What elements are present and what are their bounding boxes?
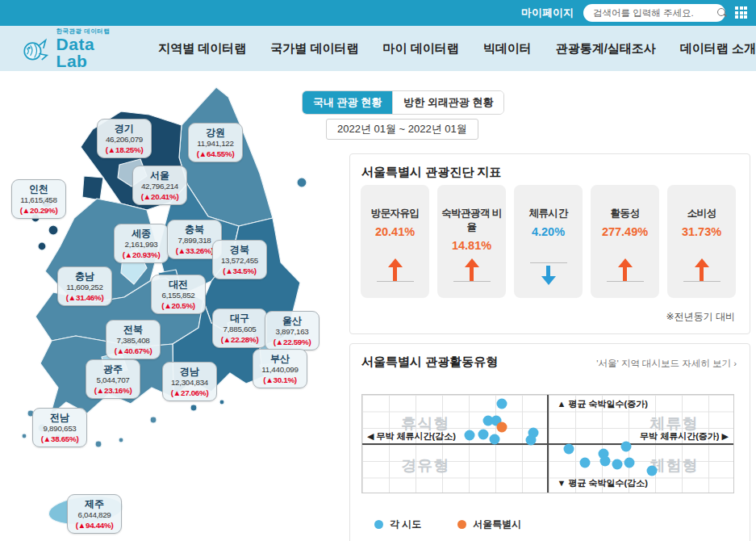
map-label-충남[interactable]: 충남11,609,252(▲31.46%): [57, 266, 112, 306]
scatter-point-sido[interactable]: [624, 458, 634, 468]
scatter-point-sido[interactable]: [599, 456, 610, 467]
search-input[interactable]: [593, 8, 717, 18]
map-label-경기[interactable]: 경기46,206,079(▲18.25%): [97, 119, 152, 158]
scatter-point-sido[interactable]: [496, 399, 507, 409]
nav-item-3[interactable]: 빅데이터: [483, 41, 532, 57]
nav-item-0[interactable]: 지역별 데이터랩: [158, 41, 246, 57]
region-name: 광주: [87, 363, 139, 375]
region-change: (▲23.16%): [87, 386, 139, 396]
diagnostics-title: 서울특별시 관광진단 지표: [361, 165, 501, 180]
region-name: 대전: [152, 279, 204, 291]
map-island: [119, 438, 123, 442]
metric-value: 277.49%: [591, 225, 659, 238]
map-label-서울[interactable]: 서울42,796,214(▲20.41%): [132, 166, 187, 205]
region-name: 경북: [214, 244, 265, 256]
tab-domestic[interactable]: 국내 관광 현황: [303, 91, 392, 114]
map-island-ulleungdo[interactable]: [297, 178, 307, 187]
tab-inbound[interactable]: 방한 외래관광 현황: [392, 91, 503, 114]
map-label-제주[interactable]: 제주6,044,829(▲94.44%): [67, 494, 122, 534]
quadrant-label-experience: 체험형: [649, 455, 698, 476]
metric-card-4: 소비성31.73%: [667, 185, 736, 298]
legend-label: 서울특별시: [473, 518, 521, 531]
scatter-point-sido[interactable]: [612, 459, 623, 469]
region-name: 인천: [13, 183, 65, 195]
view-tabs: 국내 관광 현황방한 외래관광 현황: [302, 90, 504, 115]
legend-label: 각 시도: [390, 518, 421, 531]
map-label-강원[interactable]: 강원11,941,122(▲64.55%): [188, 123, 243, 162]
map-label-경북[interactable]: 경북13,572,455(▲34.5%): [212, 240, 267, 279]
dashboard-detail-link[interactable]: '서울' 지역 대시보드 자세히 보기 ›: [596, 358, 737, 370]
map-label-대전[interactable]: 대전6,155,852(▲20.5%): [151, 275, 206, 314]
map-label-대구[interactable]: 대구7,885,605(▲22.28%): [212, 308, 267, 348]
region-name: 전북: [107, 324, 159, 336]
diagnostics-panel: 서울특별시 관광진단 지표 방문자유입20.41%숙박관광객 비율14.81%체…: [349, 153, 750, 334]
map-label-울산[interactable]: 울산3,897,163(▲22.59%): [265, 311, 320, 350]
activity-title: 서울특별시 관광활동유형: [361, 354, 498, 370]
region-name: 충북: [169, 224, 220, 236]
region-value: 11,609,252: [59, 283, 111, 293]
metric-value: 4.20%: [514, 225, 583, 238]
map-label-경남[interactable]: 경남12,304,834(▲27.06%): [162, 362, 217, 401]
scatter-point-sido[interactable]: [646, 466, 657, 476]
scatter-point-sido[interactable]: [478, 429, 488, 439]
scatter-point-sido[interactable]: [579, 458, 590, 468]
region-value: 7,385,408: [107, 336, 159, 346]
anno-avg-nights-down: ▼ 평균 숙박일수(감소): [558, 477, 648, 489]
scatter-point-sido[interactable]: [490, 434, 500, 444]
scatter-point-sido[interactable]: [526, 435, 537, 446]
nav-item-1[interactable]: 국가별 데이터랩: [270, 41, 358, 57]
metric-card-0: 방문자유입20.41%: [361, 185, 429, 298]
nav-item-4[interactable]: 관광통계/실태조사: [556, 41, 656, 57]
scatter-point-sido[interactable]: [621, 442, 632, 452]
activity-panel: 서울특별시 관광활동유형 '서울' 지역 대시보드 자세히 보기 › 휴식형 체…: [349, 343, 750, 541]
search-icon[interactable]: [717, 8, 728, 19]
region-change: (▲27.06%): [164, 388, 215, 399]
region-change: (▲20.29%): [13, 206, 65, 216]
metric-label: 체류시간: [514, 207, 583, 220]
datalab-logo[interactable]: 한국관광 데이터랩 Data Lab: [21, 27, 119, 69]
map-label-세종[interactable]: 세종2,161,993(▲20.93%): [114, 224, 169, 263]
nav-item-2[interactable]: 마이 데이터랩: [382, 41, 458, 57]
metric-value: 14.81%: [437, 239, 506, 252]
region-value: 12,304,834: [164, 378, 215, 388]
top-bar: 마이페이지: [0, 0, 756, 26]
region-value: 5,044,707: [87, 375, 139, 386]
scatter-point-seoul[interactable]: [497, 421, 507, 432]
search-box[interactable]: [583, 4, 725, 22]
map-region-incheon-island[interactable]: [48, 225, 58, 235]
region-change: (▲94.44%): [69, 521, 120, 531]
metric-label: 소비성: [667, 207, 736, 220]
map-label-부산[interactable]: 부산11,440,099(▲30.1%): [253, 349, 307, 388]
mypage-link[interactable]: 마이페이지: [521, 6, 574, 20]
date-range[interactable]: 2022년 01월 ~ 2022년 01월: [326, 119, 478, 140]
region-value: 7,885,605: [214, 325, 265, 335]
region-name: 강원: [190, 127, 241, 139]
region-value: 3,897,163: [266, 327, 318, 338]
nav-item-5[interactable]: 데이터랩 소개: [680, 41, 756, 57]
region-change: (▲64.55%): [190, 149, 241, 160]
scatter-point-sido[interactable]: [563, 443, 574, 454]
map-island: [22, 434, 27, 438]
region-change: (▲40.67%): [107, 346, 159, 357]
scatter-point-sido[interactable]: [464, 430, 474, 441]
up-arrow-icon: [617, 258, 633, 281]
metric-value: 20.41%: [361, 225, 429, 238]
map-region-incheon[interactable]: [82, 176, 103, 200]
anno-avg-nights-up: ▲ 평균 숙박일수(증가): [558, 398, 648, 410]
map-label-전북[interactable]: 전북7,385,408(▲40.67%): [106, 320, 161, 359]
region-value: 46,206,079: [98, 135, 150, 145]
map-label-광주[interactable]: 광주5,044,707(▲23.16%): [86, 359, 140, 399]
map-label-인천[interactable]: 인천11,615,458(▲20.29%): [11, 179, 66, 219]
map-island: [150, 417, 157, 423]
map-label-전남[interactable]: 전남9,890,653(▲38.65%): [32, 408, 87, 447]
region-name: 경기: [98, 123, 150, 135]
fish-logo-icon: [21, 32, 50, 65]
region-change: (▲20.41%): [134, 192, 186, 203]
region-value: 6,155,852: [152, 291, 204, 301]
map-region-incheon-island[interactable]: [38, 242, 46, 250]
x-axis-line: [362, 443, 733, 445]
app-grid-icon[interactable]: [735, 6, 748, 19]
region-value: 6,044,829: [69, 510, 120, 521]
region-name: 서울: [134, 170, 186, 182]
nav-menu: 지역별 데이터랩국가별 데이터랩마이 데이터랩빅데이터관광통계/실태조사데이터랩…: [158, 41, 756, 57]
